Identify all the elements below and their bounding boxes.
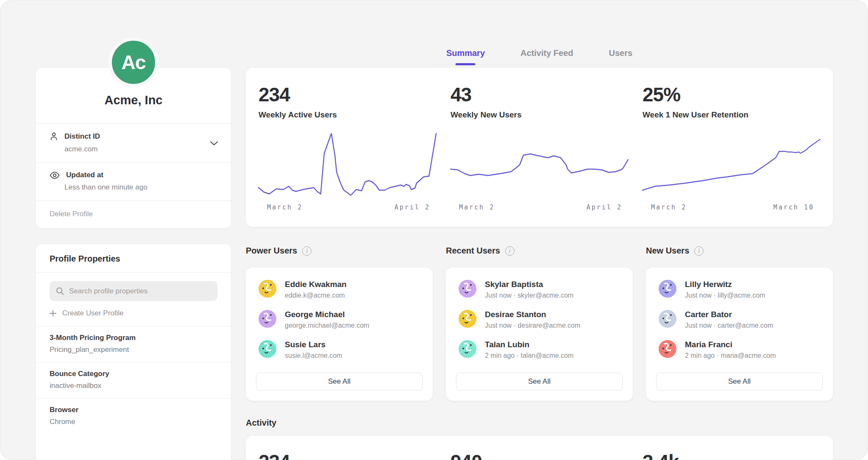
- user-name: Desirae Stanton: [485, 310, 580, 319]
- property-value: inactive-mailbox: [50, 382, 217, 390]
- user-avatar: [259, 310, 276, 328]
- x-axis-tick: March 2: [267, 204, 303, 211]
- user-name: Lilly Herwitz: [685, 280, 765, 289]
- updated-at-row: Updated at Less than one minute ago: [36, 162, 231, 201]
- user-row[interactable]: Eddie Kwakman eddie.k@acme.com: [256, 280, 423, 299]
- user-avatar: [659, 310, 676, 328]
- user-row[interactable]: George Michael george.michael@acme.com: [256, 310, 423, 329]
- tab-activity-feed[interactable]: Activity Feed: [520, 48, 573, 58]
- info-icon[interactable]: i: [694, 246, 704, 256]
- stat-value: 25%: [643, 83, 820, 106]
- company-avatar: Ac: [108, 37, 159, 87]
- user-row[interactable]: Talan Lubin 2 min ago · talan@acme.com: [456, 340, 623, 360]
- tab-bar: Summary Activity Feed Users: [246, 48, 833, 64]
- user-subtitle: Just now · desirare@acme.com: [485, 322, 580, 329]
- stat-label: Weekly Active Users: [259, 110, 436, 120]
- company-profile-page: Ac Acme, Inc Distinct ID acme.com: [0, 0, 868, 460]
- user-name: Eddie Kwakman: [285, 280, 347, 289]
- chevron-down-icon[interactable]: [210, 141, 218, 145]
- user-name: Maria Franci: [685, 340, 776, 349]
- property-row[interactable]: Browser Chrome: [36, 398, 231, 434]
- tab-users[interactable]: Users: [609, 48, 633, 58]
- power-users-section: Power Users i Eddie Kwakman eddie.k@acme…: [246, 246, 433, 401]
- stat-value: 940: [451, 450, 628, 460]
- activity-stat: 3.4k: [643, 450, 820, 460]
- search-profile-properties[interactable]: [50, 281, 217, 301]
- user-avatar: [459, 280, 476, 298]
- user-name: George Michael: [285, 310, 369, 319]
- tab-summary[interactable]: Summary: [446, 48, 485, 58]
- user-avatar: [659, 340, 676, 358]
- power-users-card: Eddie Kwakman eddie.k@acme.com George Mi…: [246, 268, 433, 401]
- section-title: Recent Users: [446, 246, 500, 256]
- x-axis-tick: April 2: [395, 204, 430, 211]
- weekly-new-users-chart: [451, 132, 628, 196]
- user-row[interactable]: Maria Franci 2 min ago · maria@acme.com: [656, 340, 823, 360]
- activity-section-title: Activity: [246, 418, 276, 428]
- user-avatar: [259, 280, 276, 298]
- profile-properties-card: Profile Properties Create User Profile 3…: [36, 244, 231, 460]
- user-avatar: [259, 340, 276, 358]
- stat-value: 3.4k: [643, 450, 820, 460]
- stat-value: 234: [259, 83, 436, 106]
- delete-profile-button[interactable]: Delete Profile: [36, 201, 231, 228]
- see-all-button[interactable]: See All: [656, 373, 823, 390]
- user-row[interactable]: Susie Lars susie.l@acme.com: [256, 340, 423, 360]
- recent-users-section: Recent Users i Skylar Baptista Just now …: [446, 246, 633, 401]
- stat-weekly-new-users: 43 Weekly New Users March 2 April 2: [451, 83, 628, 227]
- user-row[interactable]: Carter Bator Just now · carter@acme.com: [656, 310, 823, 329]
- property-name: Browser: [50, 406, 217, 414]
- stat-week1-retention: 25% Week 1 New User Retention March 2 Ma…: [643, 83, 820, 227]
- field-value: acme.com: [64, 145, 217, 153]
- company-profile-card: Ac Acme, Inc Distinct ID acme.com: [36, 68, 231, 228]
- property-name: Bounce Category: [50, 370, 217, 378]
- user-subtitle: Just now · lilly@acme.com: [685, 292, 765, 299]
- section-title: New Users: [646, 246, 689, 256]
- profile-properties-title: Profile Properties: [36, 244, 231, 273]
- stat-label: Weekly New Users: [451, 110, 628, 120]
- eye-icon: [50, 172, 60, 179]
- sidebar: Ac Acme, Inc Distinct ID acme.com: [36, 0, 231, 460]
- user-name: Skylar Baptista: [485, 280, 573, 289]
- x-axis-tick: April 2: [587, 204, 622, 211]
- user-subtitle: george.michael@acme.com: [285, 322, 369, 329]
- x-axis-tick: March 10: [773, 204, 814, 211]
- distinct-id-row[interactable]: Distinct ID acme.com: [36, 123, 231, 162]
- user-row[interactable]: Lilly Herwitz Just now · lilly@acme.com: [656, 280, 823, 299]
- property-value: Chrome: [50, 418, 217, 426]
- info-icon[interactable]: i: [505, 246, 515, 256]
- user-avatar: [659, 280, 676, 298]
- x-axis-tick: March 2: [651, 204, 687, 211]
- search-input[interactable]: [69, 287, 211, 296]
- user-name: Talan Lubin: [485, 340, 573, 349]
- info-icon[interactable]: i: [302, 246, 312, 256]
- property-row[interactable]: 3-Month Pricing Program Pricing_plan_exp…: [36, 326, 231, 362]
- property-name: 3-Month Pricing Program: [50, 334, 217, 342]
- field-label: Distinct ID: [64, 132, 100, 141]
- stat-value: 43: [451, 83, 628, 106]
- user-subtitle: Just now · skyler@acme.com: [485, 292, 573, 299]
- plus-icon: [50, 310, 56, 317]
- stat-label: Week 1 New User Retention: [643, 110, 820, 120]
- user-row[interactable]: Skylar Baptista Just now · skyler@acme.c…: [456, 280, 623, 299]
- new-users-section: New Users i Lilly Herwitz Just now · lil…: [646, 246, 833, 401]
- recent-users-card: Skylar Baptista Just now · skyler@acme.c…: [446, 268, 633, 401]
- user-subtitle: 2 min ago · talan@acme.com: [485, 352, 573, 360]
- user-avatar: [459, 340, 476, 358]
- week1-retention-chart: [643, 132, 820, 196]
- see-all-button[interactable]: See All: [256, 373, 423, 390]
- user-subtitle: susie.l@acme.com: [285, 352, 342, 360]
- weekly-active-users-chart: [259, 132, 436, 196]
- user-avatar: [459, 310, 476, 328]
- user-row[interactable]: Desirae Stanton Just now · desirare@acme…: [456, 310, 623, 329]
- field-label: Updated at: [66, 171, 103, 179]
- activity-stat: 940: [451, 450, 628, 460]
- search-icon: [56, 287, 64, 295]
- create-user-profile-button[interactable]: Create User Profile: [50, 309, 217, 318]
- new-users-card: Lilly Herwitz Just now · lilly@acme.com …: [646, 268, 833, 401]
- see-all-button[interactable]: See All: [456, 373, 623, 390]
- property-row[interactable]: Bounce Category inactive-mailbox: [36, 362, 231, 398]
- user-subtitle: 2 min ago · maria@acme.com: [685, 352, 776, 360]
- create-user-profile-label: Create User Profile: [62, 309, 124, 318]
- person-icon: [50, 132, 58, 141]
